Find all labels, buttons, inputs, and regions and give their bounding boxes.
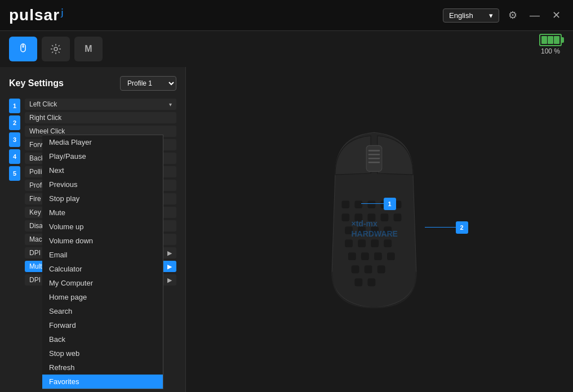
svg-rect-31 — [351, 265, 359, 273]
svg-rect-34 — [354, 278, 362, 286]
menu-item-back[interactable]: Back — [42, 332, 163, 346]
svg-rect-18 — [393, 213, 401, 221]
battery-icon — [539, 34, 562, 46]
svg-rect-30 — [387, 252, 395, 260]
list-item-right-click[interactable]: Right Click — [25, 112, 176, 123]
main-content: Key Settings Profile 1 1 2 3 4 5 Left Cl… — [0, 67, 573, 392]
wheel-click-label: Wheel Click — [29, 127, 65, 135]
menu-item-media-player[interactable]: Media Player — [42, 135, 163, 149]
marker-1: 1 — [384, 198, 396, 210]
chevron-down-icon: ▾ — [169, 101, 172, 108]
svg-rect-6 — [368, 154, 380, 155]
svg-rect-32 — [364, 265, 372, 273]
svg-rect-14 — [341, 213, 349, 221]
btn-num-2: 2 — [9, 115, 20, 130]
svg-rect-21 — [371, 226, 379, 234]
dpi-label: DPI — [29, 249, 41, 257]
mouse-svg — [307, 123, 442, 337]
svg-rect-27 — [348, 252, 356, 260]
svg-point-3 — [54, 47, 57, 51]
battery-bar-3 — [554, 36, 559, 44]
svg-rect-20 — [358, 226, 366, 234]
menu-item-stop-play[interactable]: Stop play — [42, 191, 163, 206]
profile-select[interactable]: Profile 1 — [120, 76, 176, 91]
logo-bolt: ʲ — [61, 6, 64, 25]
settings-icon-button[interactable]: ⚙ — [505, 7, 521, 24]
menu-item-next[interactable]: Next — [42, 163, 163, 177]
svg-rect-28 — [361, 252, 368, 260]
svg-rect-15 — [354, 213, 362, 221]
mouse-area: 1 2 ×td-mxHARDWARE — [186, 67, 573, 392]
menu-item-refresh[interactable]: Refresh — [42, 360, 163, 375]
menu-item-volume-up[interactable]: Volume up — [42, 220, 163, 234]
svg-rect-26 — [384, 239, 392, 247]
svg-rect-5 — [368, 150, 380, 151]
menu-item-calculator[interactable]: Calculator — [42, 262, 163, 276]
menu-item-play-pause[interactable]: Play/Pause — [42, 149, 163, 163]
menu-item-previous[interactable]: Previous — [42, 177, 163, 191]
btn-num-3: 3 — [9, 132, 20, 147]
btn-num-4: 4 — [9, 149, 20, 164]
battery-bar — [541, 36, 547, 44]
svg-rect-29 — [374, 252, 382, 260]
key-settings-header: Key Settings Profile 1 — [9, 76, 176, 91]
menu-item-forward[interactable]: Forward — [42, 318, 163, 332]
svg-rect-8 — [368, 162, 380, 163]
header-controls: English ▾ ⚙ — ✕ — [443, 7, 564, 24]
button-numbers: 1 2 3 4 5 — [9, 99, 20, 286]
menu-item-mute[interactable]: Mute — [42, 206, 163, 220]
multimedia-submenu: Media Player Play/Pause Next Previous St… — [42, 135, 163, 389]
svg-rect-22 — [384, 226, 392, 234]
tab-mouse[interactable] — [9, 37, 37, 61]
right-click-label: Right Click — [29, 114, 61, 122]
tab-macro[interactable]: M — [74, 37, 103, 61]
list-item-left-click[interactable]: Left Click ▾ — [25, 99, 176, 110]
menu-item-email[interactable]: Email — [42, 248, 163, 262]
macro-icon-label: M — [85, 44, 92, 54]
marker-2: 2 — [456, 221, 468, 234]
btn-num-1: 1 — [9, 99, 20, 113]
dpi-arrow-icon: ▶ — [167, 250, 172, 257]
dropdown-container: Media Player Play/Pause Next Previous St… — [42, 135, 163, 389]
btn-num-5: 5 — [9, 166, 20, 181]
marker-2-line — [425, 227, 456, 228]
tab-settings[interactable] — [42, 37, 70, 61]
close-button[interactable]: ✕ — [549, 7, 564, 24]
marker-2-container: 2 — [425, 221, 468, 234]
mouse-container: 1 2 ×td-mxHARDWARE — [295, 117, 464, 342]
menu-item-volume-down[interactable]: Volume down — [42, 234, 163, 248]
left-panel: Key Settings Profile 1 1 2 3 4 5 Left Cl… — [0, 67, 186, 392]
battery-area: 100 % — [539, 34, 562, 55]
battery-bar-2 — [548, 36, 553, 44]
menu-item-search[interactable]: Search — [42, 304, 163, 318]
key-settings-title: Key Settings — [9, 78, 64, 88]
language-label: English — [449, 11, 473, 20]
svg-rect-23 — [345, 239, 353, 247]
logo-text: pulsar — [9, 6, 60, 24]
marker-1-line — [361, 203, 384, 204]
svg-rect-35 — [367, 278, 375, 286]
left-click-label: Left Click — [29, 100, 57, 108]
logo: pulsarʲ — [9, 6, 64, 25]
svg-rect-16 — [367, 213, 375, 221]
chevron-down-icon: ▾ — [489, 11, 493, 20]
menu-item-favorites[interactable]: Favorites — [42, 375, 163, 389]
svg-rect-9 — [341, 201, 349, 208]
menu-item-my-computer[interactable]: My Computer — [42, 276, 163, 290]
toolbar: M — [0, 31, 573, 67]
svg-point-2 — [23, 46, 24, 47]
battery-percent: 100 % — [541, 47, 560, 55]
app-header: pulsarʲ English ▾ ⚙ — ✕ — [0, 0, 573, 31]
svg-rect-24 — [358, 239, 366, 247]
svg-rect-25 — [371, 239, 379, 247]
menu-item-stop-web[interactable]: Stop web — [42, 346, 163, 360]
language-selector[interactable]: English ▾ — [443, 8, 499, 23]
svg-rect-19 — [345, 226, 353, 234]
minimize-button[interactable]: — — [526, 7, 543, 24]
menu-item-home-page[interactable]: Home page — [42, 290, 163, 304]
marker-1-container: 1 — [361, 198, 396, 210]
svg-rect-7 — [368, 158, 380, 159]
dpi-lock-arrow-icon: ▶ — [167, 277, 172, 284]
svg-rect-17 — [380, 213, 388, 221]
svg-rect-33 — [377, 265, 385, 273]
